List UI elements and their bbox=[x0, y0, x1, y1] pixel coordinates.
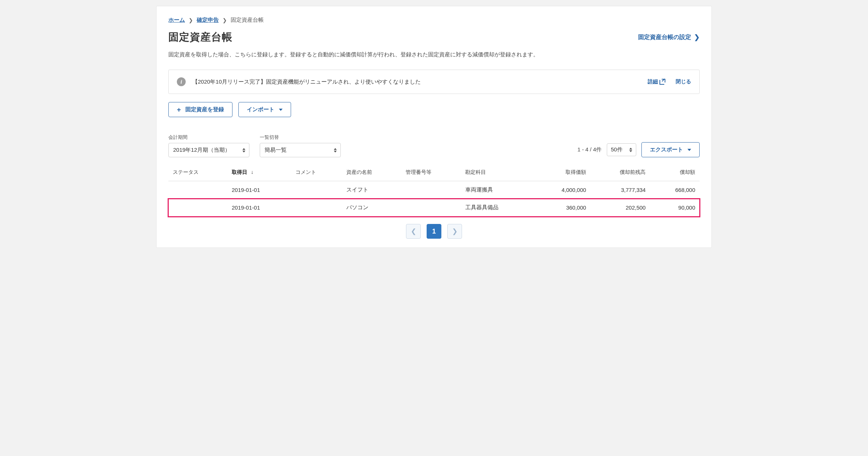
cell-balance: 3,777,334 bbox=[591, 181, 650, 199]
settings-link-label: 固定資産台帳の設定 bbox=[638, 34, 691, 41]
select-caret-icon bbox=[334, 148, 337, 152]
info-banner-text: 【2020年10月リリース完了】固定資産機能がリニューアルされ、より使いやすくな… bbox=[192, 78, 641, 85]
breadcrumb-separator-icon: ❯ bbox=[223, 17, 227, 23]
banner-detail-label: 詳細 bbox=[648, 78, 658, 85]
table-row[interactable]: 2019-01-01スイフト車両運搬具4,000,0003,777,334668… bbox=[168, 181, 700, 199]
sort-down-icon: ↓ bbox=[251, 169, 253, 175]
cell-comment bbox=[291, 181, 342, 199]
import-button-label: インポート bbox=[247, 106, 274, 113]
filter-period: 会計期間 2019年12月期（当期） bbox=[168, 134, 249, 157]
select-caret-icon bbox=[629, 148, 632, 152]
cell-account: 車両運搬具 bbox=[461, 181, 533, 199]
right-controls: 1 - 4 / 4件 50件 エクスポート bbox=[577, 142, 700, 157]
period-select[interactable]: 2019年12月期（当期） bbox=[168, 143, 249, 157]
col-status[interactable]: ステータス bbox=[168, 164, 227, 181]
cell-cost: 360,000 bbox=[533, 199, 591, 217]
register-button-label: 固定資産を登録 bbox=[185, 106, 224, 113]
col-balance[interactable]: 償却前残高 bbox=[591, 164, 650, 181]
breadcrumb-tax[interactable]: 確定申告 bbox=[197, 17, 219, 24]
title-row: 固定資産台帳 固定資産台帳の設定 ❯ bbox=[168, 30, 700, 44]
cell-name: スイフト bbox=[342, 181, 402, 199]
col-comment[interactable]: コメント bbox=[291, 164, 342, 181]
info-banner: i 【2020年10月リリース完了】固定資産機能がリニューアルされ、より使いやす… bbox=[168, 70, 700, 94]
page-card: ホーム ❯ 確定申告 ❯ 固定資産台帳 固定資産台帳 固定資産台帳の設定 ❯ 固… bbox=[156, 6, 712, 248]
cell-status bbox=[168, 181, 227, 199]
filter-view: 一覧切替 簡易一覧 bbox=[260, 134, 341, 157]
col-account[interactable]: 勘定科目 bbox=[461, 164, 533, 181]
caret-down-icon bbox=[687, 149, 691, 151]
banner-close-link[interactable]: 閉じる bbox=[676, 78, 691, 85]
col-date-label: 取得日 bbox=[232, 169, 247, 175]
view-select-value: 簡易一覧 bbox=[265, 147, 287, 154]
asset-table-wrapper: ステータス 取得日 ↓ コメント 資産の名前 管理番号等 勘定科目 取得価額 償… bbox=[168, 164, 700, 217]
cell-date: 2019-01-01 bbox=[227, 199, 291, 217]
col-name[interactable]: 資産の名前 bbox=[342, 164, 402, 181]
select-caret-icon bbox=[242, 148, 245, 152]
cell-number bbox=[401, 181, 461, 199]
action-buttons: + 固定資産を登録 インポート bbox=[168, 102, 700, 117]
plus-icon: + bbox=[177, 106, 181, 113]
chevron-left-icon: ❮ bbox=[411, 227, 416, 235]
export-button-label: エクスポート bbox=[650, 146, 683, 153]
settings-link[interactable]: 固定資産台帳の設定 ❯ bbox=[638, 33, 700, 41]
breadcrumb-separator-icon: ❯ bbox=[189, 17, 193, 23]
cell-balance: 202,500 bbox=[591, 199, 650, 217]
chevron-right-icon: ❯ bbox=[452, 227, 458, 235]
cell-number bbox=[401, 199, 461, 217]
col-date[interactable]: 取得日 ↓ bbox=[227, 164, 291, 181]
cell-name: パソコン bbox=[342, 199, 402, 217]
breadcrumb-current: 固定資産台帳 bbox=[231, 17, 264, 24]
pagination: ❮ 1 ❯ bbox=[168, 224, 700, 239]
page-1-button[interactable]: 1 bbox=[427, 224, 441, 239]
cell-cost: 4,000,000 bbox=[533, 181, 591, 199]
info-banner-actions: 詳細 閉じる bbox=[648, 78, 691, 85]
filter-row: 会計期間 2019年12月期（当期） 一覧切替 簡易一覧 1 - 4 / 4件 … bbox=[168, 134, 700, 157]
col-cost[interactable]: 取得価額 bbox=[533, 164, 591, 181]
cell-dep: 668,000 bbox=[650, 181, 700, 199]
view-select[interactable]: 簡易一覧 bbox=[260, 143, 341, 157]
caret-down-icon bbox=[279, 109, 283, 111]
export-button[interactable]: エクスポート bbox=[641, 142, 700, 157]
pagesize-value: 50件 bbox=[611, 146, 623, 153]
cell-date: 2019-01-01 bbox=[227, 181, 291, 199]
cell-status bbox=[168, 199, 227, 217]
cell-account: 工具器具備品 bbox=[461, 199, 533, 217]
table-row[interactable]: 2019-01-01パソコン工具器具備品360,000202,50090,000 bbox=[168, 199, 700, 217]
breadcrumb: ホーム ❯ 確定申告 ❯ 固定資産台帳 bbox=[168, 17, 700, 24]
period-select-value: 2019年12月期（当期） bbox=[173, 147, 230, 154]
banner-detail-link[interactable]: 詳細 bbox=[648, 78, 665, 85]
page-prev-button[interactable]: ❮ bbox=[406, 224, 421, 239]
cell-comment bbox=[291, 199, 342, 217]
info-icon: i bbox=[177, 77, 186, 86]
result-count: 1 - 4 / 4件 bbox=[577, 146, 602, 153]
register-asset-button[interactable]: + 固定資産を登録 bbox=[168, 102, 232, 117]
cell-dep: 90,000 bbox=[650, 199, 700, 217]
col-number[interactable]: 管理番号等 bbox=[401, 164, 461, 181]
period-label: 会計期間 bbox=[168, 134, 249, 141]
asset-table: ステータス 取得日 ↓ コメント 資産の名前 管理番号等 勘定科目 取得価額 償… bbox=[168, 164, 700, 217]
pagesize-select[interactable]: 50件 bbox=[607, 143, 636, 156]
col-dep[interactable]: 償却額 bbox=[650, 164, 700, 181]
external-link-icon bbox=[659, 79, 665, 85]
page-description: 固定資産を取得した場合、こちらに登録します。登録すると自動的に減価償却計算が行わ… bbox=[168, 49, 700, 59]
chevron-right-icon: ❯ bbox=[694, 33, 700, 41]
page-title: 固定資産台帳 bbox=[168, 30, 232, 44]
view-label: 一覧切替 bbox=[260, 134, 341, 141]
import-button[interactable]: インポート bbox=[238, 102, 291, 117]
page-next-button[interactable]: ❯ bbox=[447, 224, 462, 239]
breadcrumb-home[interactable]: ホーム bbox=[168, 17, 185, 24]
